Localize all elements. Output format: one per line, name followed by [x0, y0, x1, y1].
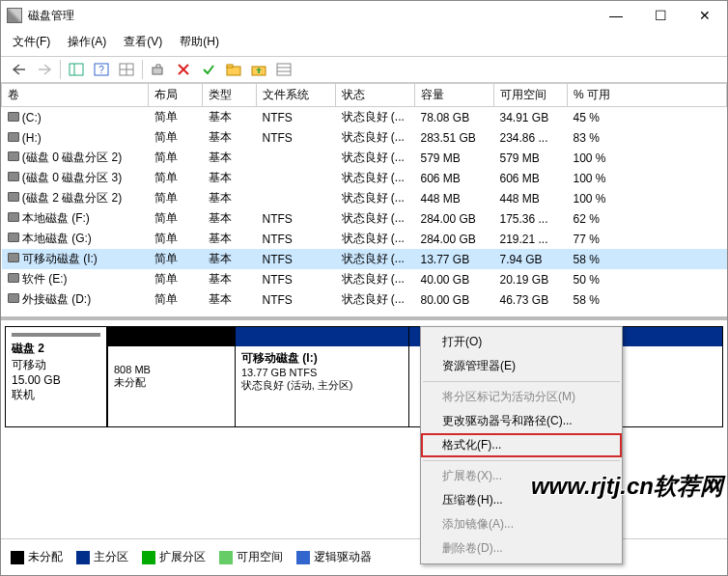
partition-size: 13.77 GB NTFS — [241, 367, 403, 378]
svg-rect-7 — [153, 68, 162, 74]
col-status[interactable]: 状态 — [336, 84, 415, 107]
ctx-change-drive[interactable]: 更改驱动器号和路径(C)... — [421, 409, 622, 433]
minimize-button[interactable]: — — [594, 1, 638, 30]
table-row[interactable]: (C:)简单基本NTFS状态良好 (...78.08 GB34.91 GB45 … — [2, 107, 727, 128]
disk-layout-pane: 磁盘 2 可移动 15.00 GB 联机 808 MB 未分配 可移动磁盘 (I… — [1, 320, 727, 538]
legend-ext-box — [142, 551, 155, 564]
window-title: 磁盘管理 — [28, 8, 594, 24]
table-row[interactable]: 外接磁盘 (D:)简单基本NTFS状态良好 (...80.00 GB46.73 … — [2, 289, 727, 310]
menu-help[interactable]: 帮助(H) — [176, 32, 223, 52]
folder-icon[interactable] — [222, 59, 245, 80]
title-bar: 磁盘管理 — ☐ ✕ — [1, 1, 727, 30]
volume-icon — [8, 212, 19, 222]
ctx-format[interactable]: 格式化(F)... — [421, 433, 622, 457]
menu-action[interactable]: 操作(A) — [64, 32, 110, 52]
toolbar: ? — [1, 56, 727, 83]
partition-state: 未分配 — [114, 375, 229, 390]
view-icon[interactable] — [65, 59, 88, 80]
svg-text:?: ? — [98, 65, 104, 75]
legend-free-box — [219, 551, 233, 564]
forward-button[interactable] — [33, 59, 56, 80]
partition-primary[interactable]: 可移动磁盘 (I:) 13.77 GB NTFS 状态良好 (活动, 主分区) — [235, 327, 408, 426]
table-row[interactable]: 可移动磁盘 (I:)简单基本NTFS状态良好 (...13.77 GB7.94 … — [2, 249, 727, 269]
menu-view[interactable]: 查看(V) — [120, 32, 166, 52]
volume-icon — [8, 151, 19, 161]
partition-size: 808 MB — [114, 364, 229, 375]
maximize-button[interactable]: ☐ — [638, 1, 683, 30]
app-icon — [7, 8, 22, 23]
disk-online: 联机 — [12, 387, 100, 403]
grid-icon[interactable] — [115, 59, 138, 80]
legend-extended: 扩展分区 — [159, 549, 206, 565]
volume-icon — [8, 172, 19, 181]
svg-rect-0 — [70, 64, 83, 75]
volume-icon — [8, 112, 19, 122]
partition-label: 可移动磁盘 (I:) — [241, 350, 403, 367]
partition-state: 状态良好 (活动, 主分区) — [241, 378, 403, 393]
table-row[interactable]: 本地磁盘 (F:)简单基本NTFS状态良好 (...284.00 GB175.3… — [2, 208, 727, 229]
col-fs[interactable]: 文件系统 — [257, 84, 336, 107]
table-row[interactable]: (磁盘 0 磁盘分区 3)简单基本状态良好 (...606 MB606 MB10… — [2, 168, 727, 188]
legend-logical-box — [296, 551, 310, 564]
col-volume[interactable]: 卷 — [2, 84, 149, 107]
col-capacity[interactable]: 容量 — [415, 84, 494, 107]
legend-primary: 主分区 — [94, 549, 128, 565]
disk-header[interactable]: 磁盘 2 可移动 15.00 GB 联机 — [5, 326, 107, 427]
watermark-text: www.rjtj.cn软荐网 — [531, 471, 723, 502]
col-layout[interactable]: 布局 — [149, 84, 203, 107]
table-row[interactable]: 本地磁盘 (G:)简单基本NTFS状态良好 (...284.00 GB219.2… — [2, 229, 727, 249]
volumes-pane: 卷 布局 类型 文件系统 状态 容量 可用空间 % 可用 (C:)简单基本NTF… — [1, 83, 727, 320]
table-row[interactable]: (H:)简单基本NTFS状态良好 (...283.51 GB234.86 ...… — [2, 127, 727, 148]
check-icon[interactable] — [197, 59, 220, 80]
volume-icon — [8, 233, 19, 242]
folder-up-icon[interactable] — [247, 59, 270, 80]
delete-icon[interactable] — [172, 59, 195, 80]
ctx-delete: 删除卷(D)... — [421, 536, 622, 561]
col-type[interactable]: 类型 — [203, 84, 257, 107]
legend-logical: 逻辑驱动器 — [314, 549, 372, 565]
disk-removable: 可移动 — [12, 357, 100, 373]
partition-unallocated[interactable]: 808 MB 未分配 — [107, 327, 235, 426]
svg-rect-9 — [227, 65, 233, 68]
table-row[interactable]: 软件 (E:)简单基本NTFS状态良好 (...40.00 GB20.19 GB… — [2, 269, 727, 289]
list-icon[interactable] — [272, 59, 295, 80]
col-percent[interactable]: % 可用 — [568, 84, 727, 107]
help-icon[interactable]: ? — [90, 59, 113, 80]
legend-unallocated: 未分配 — [28, 549, 63, 565]
table-row[interactable]: (磁盘 0 磁盘分区 2)简单基本状态良好 (...579 MB579 MB10… — [2, 148, 727, 168]
volume-icon — [8, 253, 19, 262]
ctx-mirror: 添加镜像(A)... — [421, 512, 622, 536]
ctx-explorer[interactable]: 资源管理器(E) — [421, 354, 622, 378]
legend-primary-box — [76, 551, 90, 564]
volume-icon — [8, 192, 19, 202]
back-button[interactable] — [8, 59, 31, 80]
menu-bar: 文件(F) 操作(A) 查看(V) 帮助(H) — [1, 30, 727, 56]
volume-icon — [8, 273, 19, 283]
volume-icon — [8, 132, 19, 142]
context-menu: 打开(O) 资源管理器(E) 将分区标记为活动分区(M) 更改驱动器号和路径(C… — [420, 326, 623, 564]
ctx-open[interactable]: 打开(O) — [421, 330, 622, 354]
menu-file[interactable]: 文件(F) — [9, 32, 54, 52]
svg-rect-11 — [277, 64, 291, 75]
legend-free: 可用空间 — [237, 549, 283, 565]
volume-icon — [8, 293, 19, 303]
col-free[interactable]: 可用空间 — [494, 84, 568, 107]
close-button[interactable]: ✕ — [683, 1, 727, 30]
disk-capacity: 15.00 GB — [12, 373, 100, 387]
ctx-mark-active: 将分区标记为活动分区(M) — [421, 385, 622, 409]
refresh-icon[interactable] — [147, 59, 170, 80]
table-row[interactable]: (磁盘 2 磁盘分区 2)简单基本状态良好 (...448 MB448 MB10… — [2, 188, 727, 208]
legend-unalloc-box — [11, 551, 24, 564]
disk-name: 磁盘 2 — [12, 341, 100, 357]
